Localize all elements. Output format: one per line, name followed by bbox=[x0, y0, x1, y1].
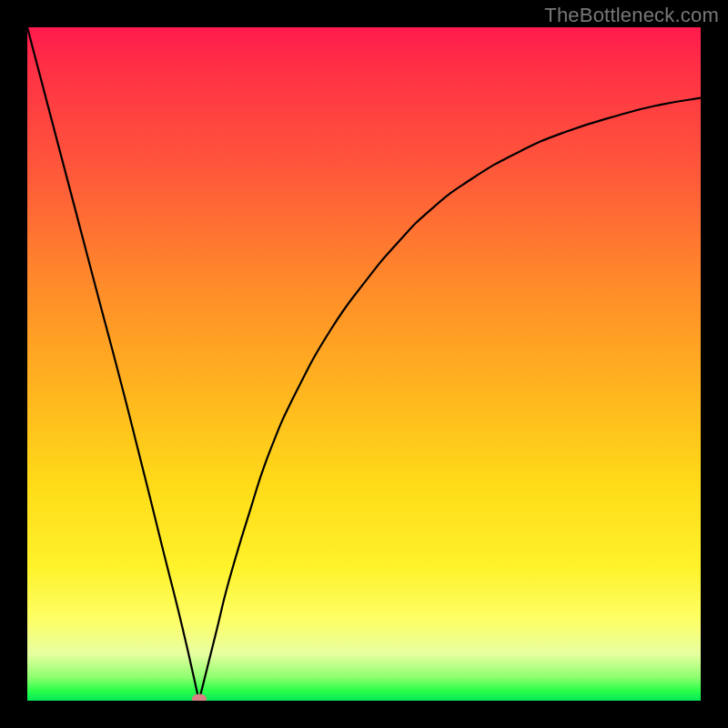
chart-frame: TheBottleneck.com bbox=[0, 0, 728, 728]
bottleneck-point-marker bbox=[192, 694, 207, 702]
watermark-text: TheBottleneck.com bbox=[544, 4, 719, 27]
plot-area bbox=[27, 27, 701, 701]
bottleneck-curve bbox=[27, 27, 701, 701]
